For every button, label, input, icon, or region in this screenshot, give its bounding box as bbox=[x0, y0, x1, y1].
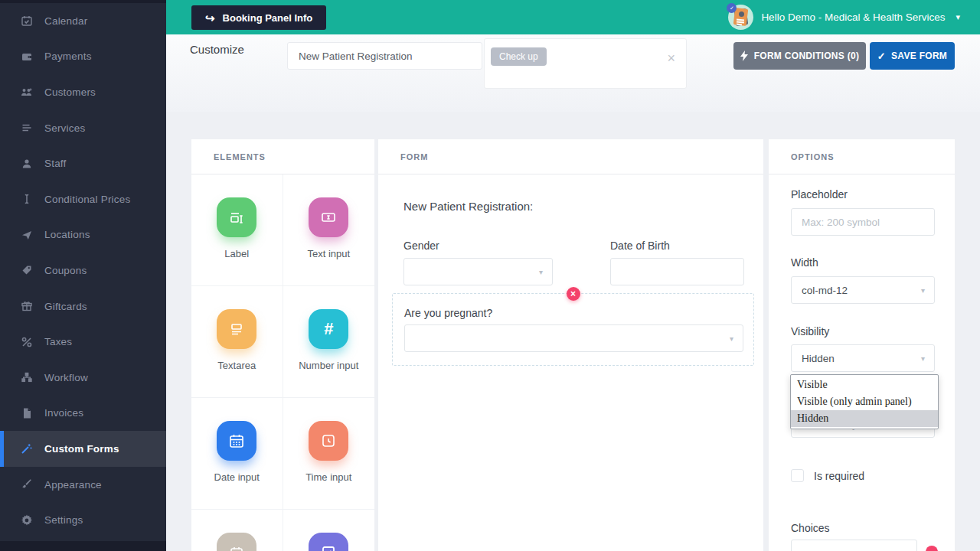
visibility-option-hidden[interactable]: Hidden bbox=[791, 410, 938, 427]
sidebar-item-appearance[interactable]: Appearance bbox=[0, 467, 166, 503]
visibility-option-visible-admin[interactable]: Visible (only admin panel) bbox=[791, 393, 938, 410]
element-number-input[interactable]: # Number input bbox=[283, 286, 375, 398]
element-label-text: Label bbox=[191, 248, 283, 259]
chevron-down-icon: ▾ bbox=[921, 354, 925, 363]
save-form-label: SAVE FORM bbox=[891, 51, 947, 61]
calendar-icon bbox=[20, 15, 33, 28]
date-of-birth-label: Date of Birth bbox=[610, 240, 670, 252]
visibility-select[interactable]: Hidden ▾ bbox=[791, 344, 935, 372]
form-panel-header: FORM bbox=[378, 139, 763, 174]
placeholder-label: Placeholder bbox=[791, 188, 848, 201]
lightning-icon bbox=[740, 51, 748, 61]
visibility-option-visible[interactable]: Visible bbox=[791, 377, 938, 393]
is-required-label: Is required bbox=[814, 470, 864, 482]
element-checkbox[interactable] bbox=[283, 510, 375, 551]
sidebar-item-settings[interactable]: Settings bbox=[0, 502, 166, 538]
sidebar-item-label: Payments bbox=[44, 51, 92, 62]
form-name-input[interactable] bbox=[287, 42, 482, 70]
selected-form-element[interactable]: × Are you pregnant? ▾ bbox=[392, 293, 754, 366]
delete-element-button[interactable]: × bbox=[567, 287, 580, 301]
placeholder-input[interactable] bbox=[791, 208, 935, 236]
avatar: ✓ bbox=[728, 5, 753, 30]
element-date-input[interactable]: Date input bbox=[191, 398, 283, 510]
sidebar-item-conditional-prices[interactable]: Conditional Prices bbox=[0, 181, 166, 217]
navigation-icon bbox=[20, 228, 33, 241]
sidebar-item-label: Giftcards bbox=[44, 301, 87, 312]
text-cursor-icon bbox=[20, 193, 33, 206]
form-panel: FORM New Patient Registration: Gender ▾ … bbox=[378, 139, 763, 551]
sidebar-item-giftcards[interactable]: Giftcards bbox=[0, 289, 166, 324]
elements-panel-title: ELEMENTS bbox=[214, 152, 266, 161]
date-input-element-icon bbox=[217, 421, 256, 461]
elements-panel: ELEMENTS Label Text input Textarea # Num bbox=[191, 139, 374, 551]
form-conditions-button[interactable]: FORM CONDITIONS (0) bbox=[733, 42, 866, 70]
sidebar-item-payments[interactable]: Payments bbox=[0, 39, 166, 75]
sidebar-item-label: Conditional Prices bbox=[44, 194, 130, 205]
sidebar-item-services[interactable]: Services bbox=[0, 110, 166, 146]
tab-check-up[interactable]: Check up bbox=[491, 47, 547, 66]
form-tabs-container: Check up × bbox=[484, 38, 687, 89]
sidebar-item-customers[interactable]: Customers bbox=[0, 74, 166, 110]
user-menu[interactable]: ✓ Hello Demo - Medical & Health Services… bbox=[728, 0, 960, 34]
sidebar-item-label: Settings bbox=[44, 514, 83, 526]
width-select[interactable]: col-md-12 ▾ bbox=[791, 276, 935, 304]
sidebar-item-workflow[interactable]: Workflow bbox=[0, 360, 166, 396]
customers-icon bbox=[20, 86, 33, 99]
brush-icon bbox=[20, 478, 33, 491]
chevron-down-icon: ▾ bbox=[956, 12, 960, 22]
customize-label: Customize bbox=[190, 43, 244, 56]
element-label-text: Date input bbox=[191, 471, 283, 483]
element-text-input[interactable]: Text input bbox=[283, 174, 375, 286]
number-input-element-icon: # bbox=[309, 309, 348, 349]
sidebar-item-coupons[interactable]: Coupons bbox=[0, 253, 166, 289]
close-icon[interactable]: × bbox=[667, 51, 675, 65]
element-time-input[interactable]: Time input bbox=[283, 398, 375, 510]
customize-header: Customize Check up × FORM CONDITIONS (0)… bbox=[166, 34, 980, 112]
tag-icon bbox=[20, 264, 33, 277]
element-label-text: Text input bbox=[283, 248, 375, 259]
label-element-icon bbox=[217, 197, 256, 237]
element-label-text: Time input bbox=[283, 471, 375, 483]
sidebar-item-locations[interactable]: Locations bbox=[0, 217, 166, 253]
sidebar-item-label: Services bbox=[44, 122, 85, 134]
gender-select[interactable]: ▾ bbox=[403, 258, 553, 285]
sidebar-item-invoices[interactable]: Invoices bbox=[0, 396, 166, 432]
visibility-select-value: Hidden bbox=[802, 353, 835, 364]
element-textarea[interactable]: Textarea bbox=[191, 286, 283, 398]
element-label-text: Number input bbox=[283, 360, 375, 371]
choice-input[interactable] bbox=[791, 540, 917, 551]
sidebar-item-custom-forms[interactable]: Custom Forms bbox=[0, 431, 166, 467]
sidebar-item-label: Appearance bbox=[44, 479, 102, 491]
checkbox-element-icon bbox=[309, 533, 348, 551]
delete-choice-button[interactable] bbox=[926, 546, 938, 551]
sidebar-item-calendar[interactable]: Calendar bbox=[0, 3, 166, 39]
sidebar-item-label: Locations bbox=[44, 229, 90, 240]
sidebar-item-label: Taxes bbox=[44, 336, 72, 347]
is-required-checkbox[interactable] bbox=[791, 469, 804, 482]
date-range-element-icon bbox=[217, 533, 256, 551]
user-greeting: Hello Demo - Medical & Health Services bbox=[761, 11, 945, 23]
width-label: Width bbox=[791, 256, 818, 269]
date-of-birth-input[interactable] bbox=[610, 258, 744, 285]
check-icon: ✓ bbox=[877, 51, 886, 62]
sidebar-item-label: Workflow bbox=[44, 372, 88, 383]
wallet-icon bbox=[20, 50, 33, 63]
staff-icon bbox=[20, 157, 33, 170]
options-panel-title: OPTIONS bbox=[791, 152, 835, 161]
save-form-button[interactable]: ✓ SAVE FORM bbox=[870, 42, 955, 70]
sidebar-item-taxes[interactable]: Taxes bbox=[0, 324, 166, 360]
are-you-pregnant-select[interactable]: ▾ bbox=[404, 324, 743, 352]
options-panel: OPTIONS Placeholder Width col-md-12 ▾ Vi… bbox=[769, 139, 955, 551]
gear-icon bbox=[20, 514, 33, 527]
element-label[interactable]: Label bbox=[191, 174, 283, 286]
is-required-row[interactable]: Is required bbox=[791, 469, 864, 482]
sidebar-item-label: Coupons bbox=[44, 265, 87, 276]
width-select-value: col-md-12 bbox=[802, 285, 848, 296]
booking-panel-info-label: Booking Panel Info bbox=[223, 12, 313, 24]
visibility-dropdown-list: Visible Visible (only admin panel) Hidde… bbox=[790, 374, 939, 429]
element-date-range[interactable] bbox=[191, 510, 283, 551]
booking-panel-info-button[interactable]: ↪ Booking Panel Info bbox=[191, 5, 326, 30]
sidebar-item-staff[interactable]: Staff bbox=[0, 145, 166, 181]
text-input-element-icon bbox=[309, 197, 348, 237]
sidebar-item-label: Invoices bbox=[44, 407, 83, 419]
